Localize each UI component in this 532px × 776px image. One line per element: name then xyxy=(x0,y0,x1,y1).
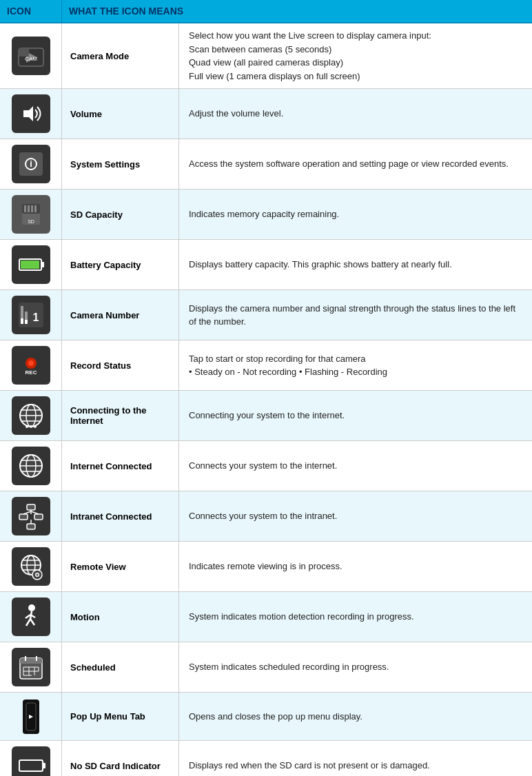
no-sd-card-icon xyxy=(12,746,50,776)
scheduled-icon xyxy=(12,648,50,686)
svg-point-27 xyxy=(28,360,34,366)
icon-cell-connecting xyxy=(0,391,62,440)
icon-cell-battery xyxy=(0,240,62,289)
row-popup-menu-tab: Pop Up Menu Tab Opens and closes the pop… xyxy=(0,693,532,741)
svg-rect-21 xyxy=(21,318,23,324)
svg-point-57 xyxy=(36,574,38,576)
svg-point-34 xyxy=(25,425,28,428)
svg-rect-12 xyxy=(28,205,30,212)
row-motion: Motion System indicates motion detection… xyxy=(0,592,532,642)
desc-camera-number: Displays the camera number and signal st… xyxy=(179,290,532,340)
svg-text:CAM: CAM xyxy=(25,56,37,62)
icon-cell-popup xyxy=(0,693,62,740)
row-remote-view: Remote View Indicates remote viewing is … xyxy=(0,542,532,592)
icon-cell-intranet-connected xyxy=(0,491,62,541)
svg-rect-45 xyxy=(27,524,35,529)
desc-internet-connected: Connects your system to the internet. xyxy=(179,441,532,491)
svg-line-47 xyxy=(23,511,31,514)
row-volume: Volume Adjust the volume level. xyxy=(0,89,532,139)
motion-icon xyxy=(12,598,50,636)
svg-line-61 xyxy=(30,619,34,625)
svg-rect-43 xyxy=(19,514,28,520)
desc-volume: Adjust the volume level. xyxy=(179,89,532,139)
svg-text:1: 1 xyxy=(32,312,39,323)
svg-marker-5 xyxy=(23,106,33,121)
svg-point-35 xyxy=(30,425,32,428)
icon-cell-no-sd xyxy=(0,741,62,776)
icon-cell-motion xyxy=(0,592,62,642)
name-scheduled: Scheduled xyxy=(62,642,179,692)
record-status-icon: REC xyxy=(12,346,50,385)
svg-line-62 xyxy=(25,615,30,618)
name-remote-view: Remote View xyxy=(62,542,179,591)
name-connecting-internet: Connecting to the Internet xyxy=(62,391,179,440)
svg-rect-11 xyxy=(24,205,26,212)
row-no-sd-card: No SD Card Indicator Displays red when t… xyxy=(0,741,532,776)
desc-system-settings: Access the system software operation and… xyxy=(179,139,532,189)
svg-text:REC: REC xyxy=(25,369,37,376)
svg-text:SD: SD xyxy=(28,219,34,224)
svg-rect-23 xyxy=(25,320,28,324)
name-intranet-connected: Intranet Connected xyxy=(62,491,179,541)
name-no-sd-card: No SD Card Indicator xyxy=(62,741,179,776)
icon-cell-system-settings: i xyxy=(0,139,62,189)
name-battery-capacity: Battery Capacity xyxy=(62,240,179,289)
table-header: ICON WHAT THE ICON MEANS xyxy=(0,0,532,23)
svg-rect-18 xyxy=(21,261,39,269)
system-settings-icon: i xyxy=(12,145,50,183)
svg-line-48 xyxy=(31,511,39,514)
name-system-settings: System Settings xyxy=(62,139,179,189)
desc-battery-capacity: Displays battery capacity. This graphic … xyxy=(179,240,532,289)
row-connecting-internet: Connecting to the Internet Connecting yo… xyxy=(0,391,532,441)
svg-line-60 xyxy=(26,619,30,626)
row-system-settings: i System Settings Access the system soft… xyxy=(0,139,532,190)
name-volume: Volume xyxy=(62,89,179,139)
row-camera-number: 1 Camera Number Displays the camera numb… xyxy=(0,290,532,340)
name-popup-menu-tab: Pop Up Menu Tab xyxy=(62,693,179,740)
name-sd-capacity: SD Capacity xyxy=(62,190,179,239)
icon-table: ICON WHAT THE ICON MEANS CAM Camera Mode… xyxy=(0,0,532,776)
svg-rect-65 xyxy=(20,658,42,664)
desc-camera-mode: Select how you want the Live screen to d… xyxy=(179,23,532,88)
desc-remote-view: Indicates remote viewing is in process. xyxy=(179,542,532,591)
svg-text:i: i xyxy=(30,159,32,169)
intranet-connected-icon xyxy=(12,497,50,535)
desc-popup-menu-tab: Opens and closes the pop up menu display… xyxy=(179,693,532,740)
desc-intranet-connected: Connects your system to the intranet. xyxy=(179,491,532,541)
popup-icon xyxy=(23,700,39,734)
svg-point-36 xyxy=(34,425,37,428)
row-sd-capacity: SD SD Capacity Indicates memory capacity… xyxy=(0,190,532,240)
icon-cell-volume xyxy=(0,89,62,139)
icon-cell-record-status: REC xyxy=(0,340,62,390)
camera-number-icon: 1 xyxy=(12,296,50,334)
icon-cell-internet-connected xyxy=(0,441,62,491)
camera-mode-icon: CAM xyxy=(12,37,50,75)
svg-rect-44 xyxy=(34,514,43,520)
icon-cell-scheduled xyxy=(0,642,62,692)
desc-scheduled: System indicates scheduled recording in … xyxy=(179,642,532,692)
icon-cell-remote-view xyxy=(0,542,62,591)
connecting-internet-icon xyxy=(12,396,50,435)
sd-capacity-icon: SD xyxy=(12,195,50,234)
volume-icon xyxy=(12,94,50,133)
icon-cell-sd-capacity: SD xyxy=(0,190,62,239)
svg-rect-14 xyxy=(34,205,37,212)
svg-rect-13 xyxy=(31,205,33,212)
name-camera-mode: Camera Mode xyxy=(62,23,179,88)
internet-connected-icon xyxy=(12,447,50,485)
desc-record-status: Tap to start or stop recording for that … xyxy=(179,340,532,390)
name-camera-number: Camera Number xyxy=(62,290,179,340)
svg-rect-77 xyxy=(19,760,43,771)
svg-point-58 xyxy=(28,604,35,611)
header-desc: WHAT THE ICON MEANS xyxy=(62,0,532,22)
icon-cell-camera-mode: CAM xyxy=(0,23,62,88)
svg-rect-42 xyxy=(27,504,35,510)
svg-rect-17 xyxy=(41,262,44,267)
svg-rect-78 xyxy=(43,763,45,768)
row-internet-connected: Internet Connected Connects your system … xyxy=(0,441,532,491)
desc-connecting-internet: Connecting your system to the internet. xyxy=(179,391,532,440)
row-intranet-connected: Intranet Connected Connects your system … xyxy=(0,491,532,542)
row-scheduled: Scheduled System indicates scheduled rec… xyxy=(0,642,532,693)
desc-sd-capacity: Indicates memory capacity remaining. xyxy=(179,190,532,239)
name-motion: Motion xyxy=(62,592,179,642)
